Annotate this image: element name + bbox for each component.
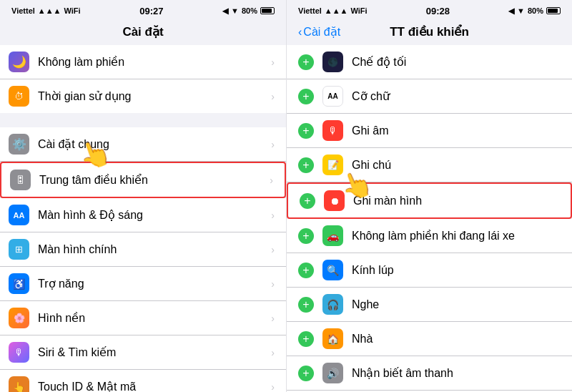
- settings-item-home-screen[interactable]: ⊞ Màn hình chính ›: [0, 232, 286, 267]
- screen-record-icon: ⏺: [324, 190, 345, 211]
- dnd-icon: 🌙: [9, 52, 29, 72]
- add-notes[interactable]: +: [298, 157, 314, 173]
- left-phone: Viettel ▲▲▲ WiFi 09:27 ◀ ▼ 80% Cài đặt 🌙…: [0, 0, 286, 392]
- add-screen-record[interactable]: +: [300, 193, 315, 209]
- add-magnifier[interactable]: +: [298, 263, 314, 278]
- settings-item-control-center[interactable]: 🎛 Trung tâm điều khiển ›: [0, 162, 286, 198]
- settings-item-wallpaper[interactable]: 🌸 Hình nền ›: [0, 301, 286, 335]
- accessibility-icon: ♿: [9, 273, 29, 294]
- back-label-right: Cài đặt: [303, 25, 340, 39]
- status-bar-right: Viettel ▲▲▲ WiFi 09:28 ◀ ▼ 80%: [287, 0, 572, 20]
- screen-time-icon: ⏱: [9, 86, 29, 107]
- add-sound-detect[interactable]: +: [298, 366, 314, 381]
- home-icon: 🏠: [322, 328, 343, 349]
- nav-bar-left: Cài đặt: [0, 20, 286, 45]
- status-left: Viettel ▲▲▲ WiFi: [11, 6, 81, 15]
- general-icon: ⚙️: [9, 134, 29, 155]
- tt-item-screen-record[interactable]: + ⏺ Ghi màn hình: [287, 182, 572, 219]
- right-phone: Viettel ▲▲▲ WiFi 09:28 ◀ ▼ 80% ‹ Cài đặt…: [286, 0, 572, 392]
- settings-item-display[interactable]: AA Màn hình & Độ sáng ›: [0, 198, 286, 232]
- dark-mode-icon: 🌑: [322, 52, 343, 72]
- back-button-right[interactable]: ‹ Cài đặt: [298, 25, 340, 39]
- notes-icon: 📝: [322, 155, 343, 175]
- add-car-mode[interactable]: +: [298, 228, 314, 244]
- settings-item-general[interactable]: ⚙️ Cài đặt chung ›: [0, 127, 286, 162]
- tt-item-home[interactable]: + 🏠 Nhà: [287, 322, 572, 356]
- tt-item-magnifier[interactable]: + 🔍 Kính lúp: [287, 253, 572, 288]
- add-dark-mode[interactable]: +: [298, 54, 314, 70]
- tt-list[interactable]: + 🌑 Chế độ tối + AA Cỡ chữ + 🎙 Ghi âm + …: [287, 45, 572, 392]
- tt-item-hear[interactable]: + 🎧 Nghe: [287, 288, 572, 322]
- car-mode-icon: 🚗: [322, 225, 343, 246]
- voice-memo-icon: 🎙: [322, 120, 343, 141]
- nav-bar-right: ‹ Cài đặt TT điều khiển: [287, 20, 572, 45]
- tt-item-font-size[interactable]: + AA Cỡ chữ: [287, 79, 572, 114]
- settings-item-siri[interactable]: 🎙 Siri & Tìm kiếm ›: [0, 335, 286, 370]
- settings-item-touchid[interactable]: 👆 Touch ID & Mật mã ›: [0, 370, 286, 392]
- wifi-left: WiFi: [64, 6, 80, 15]
- settings-item-screen-time[interactable]: ⏱ Thời gian sử dụng ›: [0, 79, 286, 113]
- battery-left: [260, 7, 275, 14]
- nav-title-right: TT điều khiển: [390, 24, 469, 39]
- magnifier-icon: 🔍: [322, 260, 343, 280]
- signal-left: ▲▲▲: [38, 6, 61, 15]
- tt-item-dark-mode[interactable]: + 🌑 Chế độ tối: [287, 45, 572, 79]
- section-2: ⚙️ Cài đặt chung › 🎛 Trung tâm điều khiể…: [0, 127, 286, 392]
- wallpaper-icon: 🌸: [9, 308, 29, 328]
- status-right-left: ◀ ▼ 80%: [222, 6, 275, 16]
- settings-list-left[interactable]: 🌙 Không làm phiền › ⏱ Thời gian sử dụng …: [0, 45, 286, 392]
- carrier-left: Viettel: [11, 6, 35, 15]
- section-gap-1: [0, 113, 286, 127]
- add-home[interactable]: +: [298, 331, 314, 347]
- hear-icon: 🎧: [322, 294, 343, 315]
- tt-item-car-mode[interactable]: + 🚗 Không làm phiền khi đang lái xe: [287, 219, 572, 253]
- nav-title-left: Cài đặt: [122, 24, 163, 39]
- time-right: 09:28: [426, 6, 450, 16]
- tt-item-voice-memo[interactable]: + 🎙 Ghi âm: [287, 114, 572, 148]
- control-center-icon: 🎛: [10, 170, 31, 190]
- status-right-right: ◀ ▼ 80%: [508, 6, 561, 16]
- section-1: 🌙 Không làm phiền › ⏱ Thời gian sử dụng …: [0, 45, 286, 113]
- add-voice-memo[interactable]: +: [298, 123, 314, 139]
- add-hear[interactable]: +: [298, 297, 314, 313]
- siri-icon: 🎙: [9, 342, 29, 363]
- battery-right: [546, 7, 561, 14]
- add-font-size[interactable]: +: [298, 89, 314, 104]
- home-screen-icon: ⊞: [9, 239, 29, 260]
- carrier-right: Viettel: [298, 6, 322, 15]
- tt-item-notes[interactable]: + 📝 Ghi chú: [287, 148, 572, 182]
- font-size-icon: AA: [322, 86, 343, 107]
- settings-item-accessibility[interactable]: ♿ Trợ năng ›: [0, 267, 286, 301]
- display-icon: AA: [9, 205, 29, 225]
- settings-item-dnd[interactable]: 🌙 Không làm phiền ›: [0, 45, 286, 79]
- status-bar-left: Viettel ▲▲▲ WiFi 09:27 ◀ ▼ 80%: [0, 0, 286, 20]
- status-left-right: Viettel ▲▲▲ WiFi: [298, 6, 368, 15]
- sound-detect-icon: 🔊: [322, 363, 343, 383]
- tt-item-sound-detect[interactable]: + 🔊 Nhận biết âm thanh: [287, 356, 572, 391]
- time-left: 09:27: [139, 6, 163, 16]
- touchid-icon: 👆: [9, 376, 29, 392]
